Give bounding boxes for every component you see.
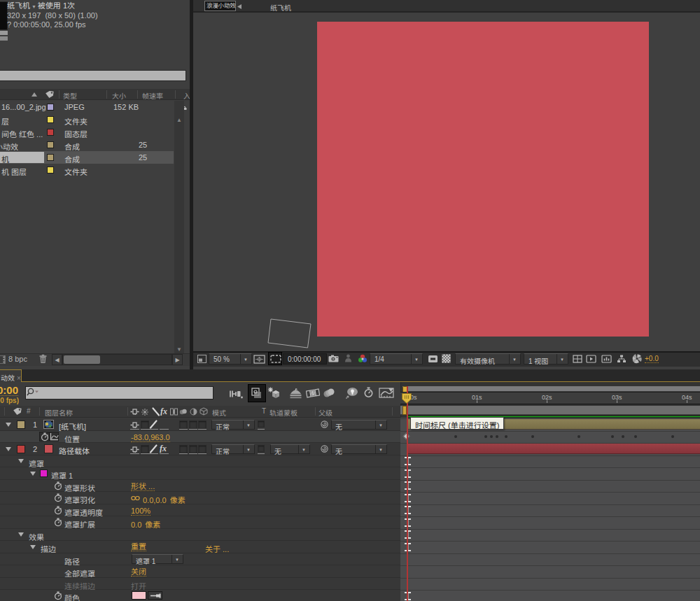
scroll-down-icon[interactable]: ▼ bbox=[175, 346, 183, 353]
close-icon[interactable]: × bbox=[17, 374, 21, 382]
layer-bounds-outline[interactable] bbox=[266, 316, 314, 350]
rgb-channels-icon[interactable] bbox=[358, 354, 368, 363]
keyframe-dot[interactable] bbox=[622, 435, 624, 438]
scroll-up-icon[interactable]: ▲ bbox=[175, 116, 183, 124]
view-select[interactable]: 1 视图▼ bbox=[524, 353, 568, 365]
timeline-row-颜色[interactable]: 颜色 bbox=[0, 590, 400, 601]
pickwhip-icon[interactable] bbox=[321, 445, 328, 453]
timeline-row-连续描边[interactable]: 连续描边打开 bbox=[0, 578, 400, 591]
timeline-row-遮罩透明度[interactable]: 遮罩透明度100% bbox=[0, 504, 400, 517]
column-preserve-transparency[interactable]: T bbox=[262, 407, 266, 415]
region-icon[interactable] bbox=[428, 355, 438, 363]
camera-icon[interactable] bbox=[328, 355, 339, 362]
switch-well[interactable] bbox=[189, 420, 197, 429]
color-swatch[interactable] bbox=[132, 591, 146, 600]
timeline-row-描边[interactable]: 描边重置关于 ... bbox=[0, 541, 400, 553]
snapshot-icon[interactable] bbox=[344, 354, 352, 362]
keyframe-dot[interactable] bbox=[671, 435, 674, 438]
column-divider[interactable] bbox=[59, 90, 59, 99]
timeline-row-遮罩扩展[interactable]: 遮罩扩展0.0像素 bbox=[0, 516, 400, 529]
expand-arrow[interactable] bbox=[6, 423, 11, 427]
safe-zones-icon[interactable] bbox=[253, 355, 265, 364]
property-value[interactable]: 形状 ... bbox=[131, 482, 155, 491]
tag-icon[interactable] bbox=[45, 90, 55, 99]
keyframe-dot[interactable] bbox=[505, 435, 507, 438]
column-track-matte[interactable]: 轨道蒙板 bbox=[270, 407, 298, 418]
fast-preview-icon[interactable] bbox=[631, 353, 643, 364]
expand-arrow[interactable] bbox=[6, 447, 11, 451]
keyframe-dot[interactable] bbox=[484, 435, 487, 438]
label-color-swatch[interactable] bbox=[47, 116, 54, 123]
column-divider[interactable] bbox=[137, 90, 138, 99]
grid-options-icon[interactable] bbox=[573, 355, 582, 363]
item-name[interactable]: 16...00_2.jpg bbox=[1, 103, 46, 111]
playhead-line[interactable] bbox=[407, 386, 408, 601]
project-item-row[interactable]: 小动效合成25 bbox=[0, 139, 174, 151]
expand-arrow[interactable] bbox=[18, 532, 24, 537]
switch-well[interactable] bbox=[198, 445, 206, 453]
playhead-handle[interactable] bbox=[402, 393, 412, 404]
track-matte-select[interactable]: 无▼ bbox=[270, 444, 310, 454]
scrollbar-thumb[interactable] bbox=[64, 355, 100, 364]
property-value[interactable]: 关闭 bbox=[131, 567, 146, 577]
flowchart-icon[interactable] bbox=[617, 355, 626, 363]
fx-icon[interactable]: fx bbox=[160, 444, 169, 453]
preserve-transparency-checkbox[interactable] bbox=[258, 420, 265, 427]
project-item-row[interactable]: 机合成25 bbox=[0, 151, 174, 164]
composition-view[interactable] bbox=[317, 22, 649, 337]
eyedropper-button[interactable] bbox=[148, 591, 162, 600]
preview-icon[interactable] bbox=[586, 355, 596, 363]
keyframe-dot[interactable] bbox=[454, 435, 457, 438]
view-layout-icon[interactable] bbox=[197, 355, 206, 363]
column-layer-name[interactable]: 图层名称 bbox=[45, 407, 73, 418]
property-value[interactable]: 100% bbox=[131, 507, 150, 516]
keyframe-dot[interactable] bbox=[496, 435, 498, 438]
keyframe-dot[interactable] bbox=[578, 435, 580, 438]
property-value[interactable]: -83.0,963.0 bbox=[131, 433, 170, 442]
stopwatch-icon[interactable] bbox=[54, 481, 62, 490]
switch-well[interactable] bbox=[189, 445, 197, 453]
link-icon[interactable] bbox=[131, 495, 140, 501]
frame-blend-icon[interactable] bbox=[306, 388, 320, 399]
quality-icon[interactable] bbox=[149, 420, 158, 429]
timeline-row-遮罩形状[interactable]: 遮罩形状形状 ... bbox=[0, 480, 400, 493]
column-divider[interactable] bbox=[106, 90, 107, 99]
zoom-select[interactable]: 50 %▼ bbox=[209, 353, 252, 365]
mode-select[interactable]: 正常▼ bbox=[211, 420, 255, 430]
keyframe-dot[interactable] bbox=[611, 435, 614, 438]
column-header-0[interactable]: 类型 bbox=[63, 90, 77, 101]
label-color-swatch[interactable] bbox=[47, 129, 54, 136]
switch-well[interactable] bbox=[198, 420, 206, 429]
tab-composition-inactive[interactable]: 纸飞机 bbox=[270, 2, 291, 13]
project-search-input[interactable] bbox=[0, 70, 186, 81]
item-name[interactable]: 间色 红色 ... bbox=[1, 128, 43, 139]
project-item-row[interactable]: 机 图层文件夹 bbox=[0, 164, 174, 176]
timeline-row-遮罩 1[interactable]: 遮罩 1 bbox=[0, 467, 400, 480]
mode-select[interactable]: 正常▼ bbox=[211, 444, 255, 454]
item-name[interactable]: 小动效 bbox=[0, 141, 18, 152]
collapse-switch-well[interactable] bbox=[141, 420, 149, 429]
column-header-2[interactable]: 帧速率 bbox=[142, 90, 163, 101]
live-update-button[interactable] bbox=[248, 384, 266, 402]
column-divider[interactable] bbox=[392, 407, 393, 416]
column-divider[interactable] bbox=[175, 90, 176, 99]
exposure-value[interactable]: +0.0 bbox=[645, 355, 659, 363]
project-vertical-scrollbar[interactable] bbox=[174, 101, 184, 353]
parent-select[interactable]: 无▼ bbox=[331, 444, 387, 454]
pickwhip-icon[interactable] bbox=[321, 420, 328, 428]
column-divider[interactable] bbox=[127, 407, 128, 416]
project-item-row[interactable]: 16...00_2.jpgJPEG152 KB bbox=[0, 101, 174, 113]
motion-blur-icon[interactable] bbox=[323, 388, 335, 399]
property-value[interactable]: 打开 bbox=[131, 582, 146, 591]
timeline-row-[纸飞机][interactable]: 1[纸飞机]正常▼无▼ bbox=[0, 418, 400, 431]
label-color-swatch[interactable] bbox=[47, 104, 54, 111]
label-color-swatch[interactable] bbox=[47, 154, 54, 161]
shy-switch-icon[interactable] bbox=[130, 446, 139, 453]
pixel-aspect-icon[interactable] bbox=[601, 355, 612, 363]
keyframe-dot[interactable] bbox=[634, 435, 637, 438]
mask-color-swatch[interactable] bbox=[40, 469, 48, 477]
graph-toggle-icon[interactable] bbox=[50, 432, 59, 441]
path-select[interactable]: 遮罩 1▼ bbox=[132, 554, 183, 564]
resolution-select[interactable]: 1/4▼ bbox=[370, 353, 423, 365]
label-color-swatch[interactable] bbox=[47, 167, 54, 174]
